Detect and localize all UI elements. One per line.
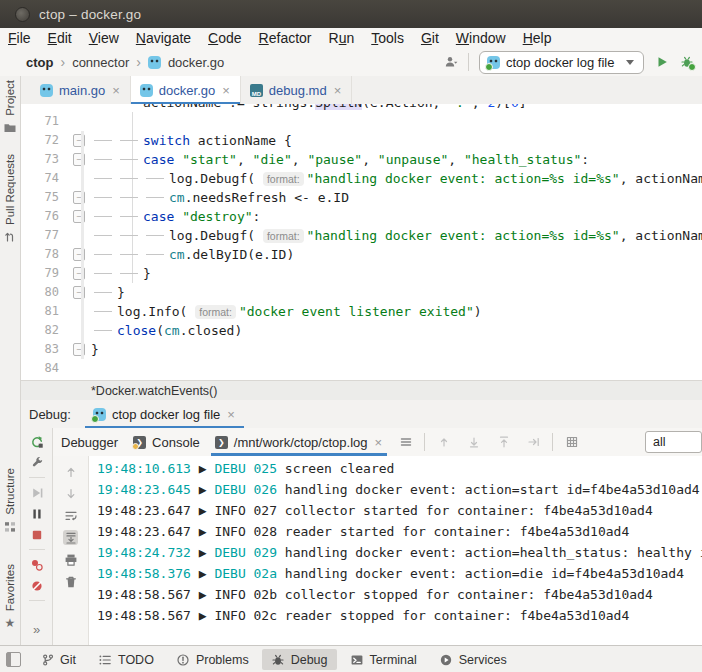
tool-window-switcher-icon[interactable] <box>6 652 21 667</box>
previous-occurrence-icon[interactable] <box>63 464 78 479</box>
run-configuration-select[interactable]: ctop docker log file <box>479 51 644 74</box>
user-dropdown-icon[interactable] <box>443 55 458 70</box>
window-menu-icon[interactable] <box>15 7 30 22</box>
code-token: "docker event listener exited" <box>239 304 474 319</box>
enclosing-function-label: *Docker.watchEvents() <box>91 384 217 398</box>
breadcrumb-item-connector[interactable]: connector <box>72 55 129 70</box>
log-line: 19:48:58.567 ▶ INFO 02b collector stoppe… <box>89 584 702 605</box>
statusbar-item-services[interactable]: Services <box>430 649 516 670</box>
log-arrow-icon: ▶ <box>191 461 214 476</box>
menu-item-window[interactable]: Window <box>456 30 506 46</box>
stripe-item-project[interactable]: Project <box>0 80 20 136</box>
fold-gutter: – <box>67 245 91 264</box>
log-message: collector stopped for container: f4be4a5… <box>277 587 653 602</box>
stop-icon[interactable] <box>29 527 44 542</box>
statusbar-item-todo[interactable]: TODO <box>89 649 163 670</box>
debugger-tab--mnt-work-ctop-ctop-log[interactable]: ❯/mnt/work/ctop/ctop.log× <box>215 428 383 456</box>
close-icon[interactable]: × <box>333 84 343 97</box>
fold-gutter: – <box>67 131 91 150</box>
log-line: 19:48:58.567 ▶ INFO 02c reader stopped f… <box>89 605 702 626</box>
line-number: 77 <box>21 226 67 245</box>
print-icon[interactable] <box>63 552 78 567</box>
code-line: 73–case "start", "die", "pause", "unpaus… <box>21 150 702 169</box>
code-text: switch actionName { <box>91 131 702 150</box>
code-line: 83–} <box>21 340 702 359</box>
debugger-tab-console[interactable]: ❯Console <box>133 428 200 456</box>
menu-item-help[interactable]: Help <box>523 30 552 46</box>
menu-item-view[interactable]: View <box>89 30 119 46</box>
view-breakpoints-icon[interactable] <box>29 557 44 572</box>
mute-breakpoints-icon[interactable] <box>29 578 44 593</box>
code-editor[interactable]: actionName := strings.SplitN(e.Action, "… <box>21 104 702 380</box>
stripe-item-pull-requests[interactable]: Pull Requests <box>0 154 20 245</box>
menu-item-git[interactable]: Git <box>421 30 439 46</box>
close-icon[interactable]: × <box>373 436 383 449</box>
debugger-tab-debugger[interactable]: Debugger <box>61 428 118 456</box>
clear-all-icon[interactable] <box>63 574 78 589</box>
sticky-context-line[interactable]: *Docker.watchEvents() <box>21 380 702 402</box>
menu-item-navigate[interactable]: Navigate <box>136 30 191 46</box>
stripe-item-structure[interactable]: Structure <box>0 468 20 535</box>
rerun-icon[interactable] <box>29 434 44 449</box>
stripe-item-favorites[interactable]: Favorites★ <box>0 564 20 630</box>
code-line: 79–} <box>21 264 702 283</box>
debug-icon[interactable] <box>679 55 694 70</box>
menu-item-code[interactable]: Code <box>208 30 241 46</box>
next-occurrence-icon[interactable] <box>63 486 78 501</box>
mnemonic: C <box>208 30 218 46</box>
mnemonic: G <box>421 30 432 46</box>
statusbar-item-terminal[interactable]: Terminal <box>341 649 426 670</box>
resume-icon[interactable] <box>29 485 44 500</box>
code-token: , actionName, e.ID) <box>620 228 702 243</box>
menu-item-refactor[interactable]: Refactor <box>259 30 312 46</box>
log-console[interactable]: 19:48:10.613 ▶ DEBU 025 screen cleared19… <box>89 456 702 645</box>
fold-range-bar <box>81 131 84 359</box>
line-number: 81 <box>21 302 67 321</box>
log-timestamp: 19:48:23.645 <box>97 482 191 497</box>
code-line: 74log.Debugf( format:"handling docker ev… <box>21 169 702 188</box>
editor-tab-main-go[interactable]: main.go× <box>31 76 131 104</box>
up-stack-icon[interactable] <box>436 435 451 450</box>
run-icon[interactable] <box>654 55 669 70</box>
menu-item-edit[interactable]: Edit <box>48 30 72 46</box>
debug-session-tab[interactable]: ctop docker log file × <box>85 400 244 428</box>
close-icon[interactable]: × <box>226 408 236 421</box>
code-token: actionName := strings. <box>143 104 315 110</box>
code-token: "pause" <box>307 152 362 167</box>
terminal-icon <box>350 652 365 667</box>
menu-item-file[interactable]: File <box>8 30 31 46</box>
menu-item-run[interactable]: Run <box>329 30 355 46</box>
separator <box>29 549 45 550</box>
more-icon[interactable]: » <box>33 622 40 637</box>
breadcrumb-item-docker.go[interactable]: docker.go <box>168 55 224 70</box>
editor-tab-debug-md[interactable]: MDdebug.md× <box>241 76 352 104</box>
fold-gutter <box>67 169 91 188</box>
statusbar-item-problems[interactable]: Problems <box>167 649 258 670</box>
soft-wrap-icon[interactable] <box>63 508 78 523</box>
editor-tab-docker-go[interactable]: docker.go× <box>131 76 241 104</box>
problems-icon <box>176 652 191 667</box>
tab-whitespace-icon <box>91 264 117 283</box>
statusbar-item-debug[interactable]: Debug <box>262 649 337 670</box>
pause-icon[interactable] <box>29 506 44 521</box>
line-number: 83 <box>21 340 67 359</box>
top-frame-icon[interactable] <box>496 435 511 450</box>
breadcrumb-item-ctop[interactable]: ctop <box>26 55 53 70</box>
tab-whitespace-icon <box>117 131 143 150</box>
down-stack-icon[interactable] <box>466 435 481 450</box>
statusbar-item-git[interactable]: Git <box>31 649 85 670</box>
view-options-icon[interactable] <box>398 435 413 450</box>
scroll-to-end-icon[interactable] <box>63 530 78 545</box>
close-icon[interactable]: × <box>221 84 231 97</box>
debugger-tab-label: Debugger <box>61 435 118 450</box>
menu-item-tools[interactable]: Tools <box>371 30 404 46</box>
settings-icon[interactable] <box>29 455 44 470</box>
log-level: DEBU 029 <box>214 545 277 560</box>
layout-grid-icon[interactable] <box>564 435 579 450</box>
focus-icon[interactable] <box>526 435 541 450</box>
close-icon[interactable]: × <box>111 84 121 97</box>
log-level-filter-select[interactable]: all <box>645 431 702 453</box>
log-arrow-icon: ▶ <box>191 566 214 581</box>
tool-window-stripe: ProjectPull RequestsStructureFavorites★ <box>0 76 21 645</box>
code-token <box>174 152 182 167</box>
